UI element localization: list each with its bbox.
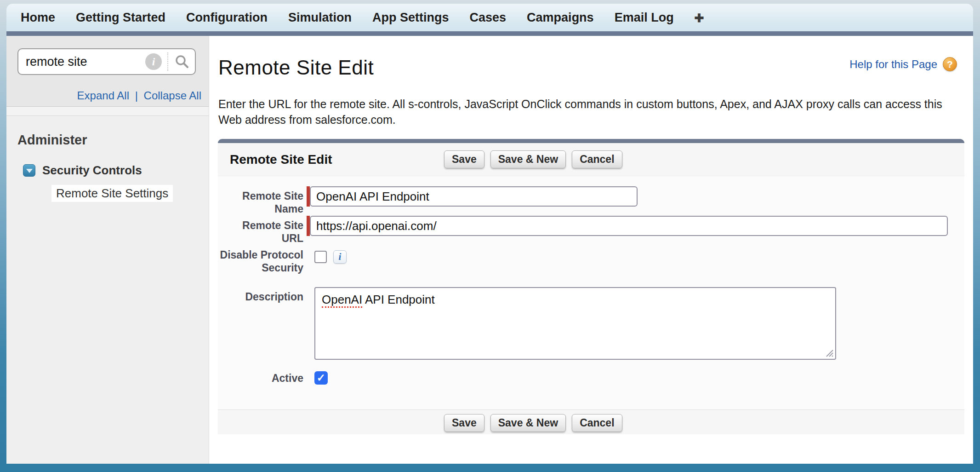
remote-site-url-label: Remote Site URL: [218, 216, 303, 245]
active-row: Active ✓: [218, 370, 328, 385]
form-top-accent-bar: [218, 139, 964, 143]
info-icon[interactable]: i: [333, 250, 347, 264]
page-content: i Expand All | Collapse All Administer S…: [6, 36, 973, 464]
tab-configuration[interactable]: Configuration: [186, 11, 268, 25]
remote-site-name-input[interactable]: [310, 186, 638, 207]
save-and-new-button-bottom[interactable]: Save & New: [490, 414, 566, 432]
search-icon[interactable]: [174, 53, 190, 70]
description-textarea[interactable]: OpenAI API Endpoint: [314, 287, 836, 360]
help-area: Help for this Page ?: [849, 57, 957, 71]
tab-cases[interactable]: Cases: [470, 11, 507, 25]
tab-simulation[interactable]: Simulation: [288, 11, 352, 25]
required-slot: [303, 216, 310, 236]
setup-tree: Administer Security Controls Remote Site…: [6, 132, 209, 202]
form-title: Remote Site Edit: [230, 152, 332, 167]
triangle-glyph: [26, 169, 33, 173]
save-and-new-button[interactable]: Save & New: [490, 150, 566, 168]
tab-app-settings[interactable]: App Settings: [372, 11, 449, 25]
tab-bar: Home Getting Started Configuration Simul…: [6, 4, 973, 31]
administer-heading: Administer: [17, 132, 209, 148]
tab-campaigns[interactable]: Campaigns: [527, 11, 594, 25]
top-button-group: Save Save & New Cancel: [444, 150, 622, 168]
form-body: Remote Site Name Remote Site URL Disable…: [218, 176, 964, 409]
expand-all-link[interactable]: Expand All: [77, 89, 129, 102]
bottom-button-group: Save Save & New Cancel: [444, 414, 622, 432]
sidebar-item-security-controls[interactable]: Security Controls: [23, 163, 209, 178]
check-icon: ✓: [317, 372, 325, 384]
cancel-button-bottom[interactable]: Cancel: [572, 414, 622, 432]
save-button-bottom[interactable]: Save: [444, 414, 484, 432]
active-label: Active: [218, 370, 303, 385]
remote-site-name-label: Remote Site Name: [218, 186, 303, 215]
tab-getting-started[interactable]: Getting Started: [76, 11, 165, 25]
description-row: Description OpenAI API Endpoint: [218, 287, 836, 360]
tab-home[interactable]: Home: [21, 11, 55, 25]
collapse-all-link[interactable]: Collapse All: [144, 89, 201, 102]
sidebar-item-remote-site-settings[interactable]: Remote Site Settings: [51, 185, 173, 202]
misspelled-word: OpenAI: [322, 293, 362, 308]
page-title: Remote Site Edit: [218, 56, 374, 79]
sidebar-search-panel: i Expand All | Collapse All: [6, 36, 209, 107]
tab-email-log[interactable]: Email Log: [615, 11, 674, 25]
remote-site-url-input[interactable]: [310, 216, 948, 236]
disable-protocol-security-label: Disable Protocol Security: [218, 249, 303, 274]
setup-search-input[interactable]: [18, 55, 145, 69]
setup-search-box: i: [17, 48, 196, 75]
sidebar-divider-strip: [6, 107, 209, 116]
resize-handle-icon[interactable]: [825, 348, 834, 357]
search-info-icon[interactable]: i: [145, 53, 162, 70]
intro-text: Enter the URL for the remote site. All s…: [218, 97, 969, 127]
chevron-down-icon[interactable]: [23, 164, 35, 177]
remote-site-name-row: Remote Site Name: [218, 186, 638, 215]
search-divider: [167, 52, 168, 71]
remote-site-edit-form: Remote Site Edit Save Save & New Cancel …: [218, 139, 964, 434]
setup-sidebar: i Expand All | Collapse All Administer S…: [6, 36, 209, 464]
description-label: Description: [218, 287, 303, 304]
form-header: Remote Site Edit Save Save & New Cancel: [218, 143, 964, 176]
remote-site-url-row: Remote Site URL: [218, 216, 948, 245]
required-indicator: [307, 186, 310, 207]
links-separator: |: [135, 89, 138, 102]
required-slot: [303, 186, 310, 207]
description-text: API Endpoint: [362, 293, 435, 306]
tab-underline-bar: [6, 31, 973, 36]
tree-expand-controls: Expand All | Collapse All: [77, 89, 201, 102]
help-icon[interactable]: ?: [943, 57, 957, 71]
disable-protocol-security-checkbox[interactable]: [314, 251, 327, 263]
help-for-this-page-link[interactable]: Help for this Page: [849, 58, 937, 71]
cancel-button[interactable]: Cancel: [572, 150, 622, 168]
required-indicator: [307, 216, 310, 236]
tree-group-label[interactable]: Security Controls: [42, 163, 142, 178]
add-tab-button[interactable]: ✚: [695, 11, 704, 25]
disable-protocol-security-row: Disable Protocol Security i: [218, 249, 347, 274]
plus-icon: ✚: [695, 12, 704, 24]
active-checkbox[interactable]: ✓: [314, 371, 328, 385]
save-button[interactable]: Save: [444, 150, 484, 168]
form-footer: Save Save & New Cancel: [218, 409, 964, 434]
main-panel: Remote Site Edit Help for this Page ? En…: [209, 36, 973, 464]
